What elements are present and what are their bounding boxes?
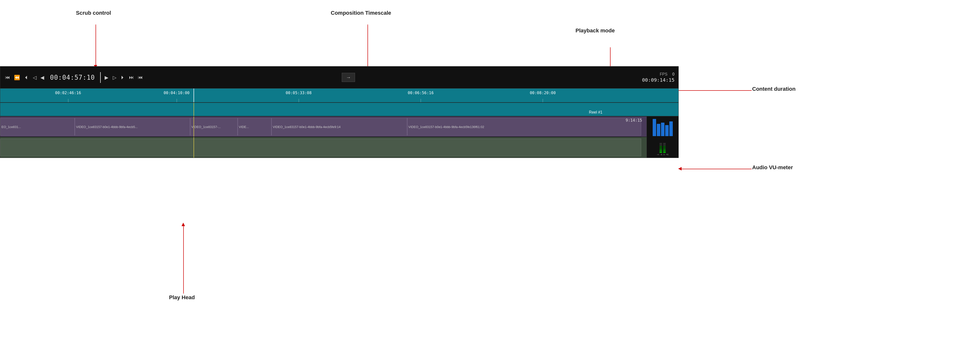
fps-panel: FPS 0 00:09:14:15 [625,72,675,83]
video-clip-5-label: VIDEO_1ce83157-b0e1-4bbb-9bfa-4ecb5fe9:1… [272,125,342,129]
playback-mode-button[interactable]: → [342,73,355,82]
play-head-audio [194,137,194,158]
timescale-marker-4: 00:06:56:16 [408,91,434,95]
video-clip-1-label: EO_1ce831... [0,125,22,129]
vu-meter-audio: -∞ -6 0 +6 [647,137,678,158]
timescale-ruler[interactable]: 00:02:46:16 00:04:10:00 00:05:33:08 00:0… [0,89,678,103]
fps-value: 0 [672,72,675,77]
reel-label: Reel #1 [589,110,603,115]
video-clip-2[interactable]: VIDEO_1ce83157-b0e1-4bbb-9bfa-4ecb5... [75,118,190,136]
content-duration-annotation: Content duration [752,86,795,92]
go-to-start-button[interactable]: ⏮ [4,74,11,81]
play-button[interactable]: ▶ [103,74,110,81]
video-clip-4-label: VIDE... [238,125,250,129]
video-clip-2-label: VIDEO_1ce83157-b0e1-4bbb-9bfa-4ecb5... [75,125,139,129]
duration-overlay: 9:14:15 [626,118,642,123]
vu-meter-video [647,116,678,137]
play-head-arrow-line [183,226,184,293]
video-clip-4[interactable]: VIDE... [238,118,272,136]
scrub-control-arrow-line [95,24,96,65]
step-forward-button[interactable]: ▷ [112,74,117,81]
audio-vu-arrow-line [681,169,752,169]
play-head-arrow-head [181,223,185,226]
play-head-reel [194,103,194,116]
audio-clip-1[interactable] [0,139,641,156]
video-clip-3[interactable]: VIDEO_1ce83157-... [190,118,238,136]
video-clip-5[interactable]: VIDEO_1ce83157-b0e1-4bbb-9bfa-4ecb5fe9:1… [272,118,407,136]
play-head-annotation: Play Head [169,294,195,301]
step-back-button[interactable]: ◁ [32,74,38,81]
timecode-display: 00:04:57:10 [50,74,95,81]
next-frame-button[interactable]: ⏵ [119,74,126,81]
play-head-timescale [194,89,194,102]
play-head-video [194,116,194,137]
timescale-marker-3: 00:05:33:08 [286,91,312,95]
timescale-marker-1: 00:02:46:16 [55,91,81,95]
timecode-value: 00:04:57:10 [50,74,95,81]
composition-timescale-annotation: Composition Timescale [331,10,391,16]
scrub-control-annotation: Scrub control [76,10,111,16]
reel-row: Reel #1 [0,103,678,116]
timescale-marker-5: 00:08:20:00 [530,91,556,95]
timeline-panel: ⏮ ⏪ ⏴ ◁ ◀ 00:04:57:10 ▶ ▷ ⏵ ⏭ ⏮ → FPS 0 … [0,66,679,158]
audio-track: -∞ -6 0 +6 [0,137,678,158]
video-track: 9:14:15 EO_1ce831... VIDEO_1ce83157-b0e1… [0,116,678,137]
fast-forward-button[interactable]: ⏭ [128,74,135,81]
prev-frame-button[interactable]: ⏴ [23,74,30,81]
duration-display: 00:09:14:15 [642,77,675,83]
rewind-all-button[interactable]: ⏪ [13,74,21,81]
video-clip-6[interactable]: VIDEO_1ce83157-b0e1-4bbb-9bfa-4ecb5fe136… [407,118,641,136]
audio-vu-meter-annotation: Audio VU-meter [752,164,793,171]
video-clip-6-label: VIDEO_1ce83157-b0e1-4bbb-9bfa-4ecb5fe136… [407,125,485,129]
playback-mode-annotation: Playback mode [576,27,615,34]
video-clip-1[interactable]: EO_1ce831... [0,118,75,136]
fps-label: FPS [660,72,667,77]
rewind-button[interactable]: ◀ [40,74,45,81]
timescale-marker-2: 00:04:10:00 [164,91,189,95]
transport-playhead-marker [100,72,101,83]
content-duration-arrow-line [676,90,752,91]
transport-bar: ⏮ ⏪ ⏴ ◁ ◀ 00:04:57:10 ▶ ▷ ⏵ ⏭ ⏮ → FPS 0 … [0,67,678,89]
audio-vu-arrow-head [678,167,682,171]
playback-mode-arrow-line [610,47,611,67]
go-to-end-button[interactable]: ⏮ [137,74,144,81]
video-clip-3-label: VIDEO_1ce83157-... [190,125,222,129]
